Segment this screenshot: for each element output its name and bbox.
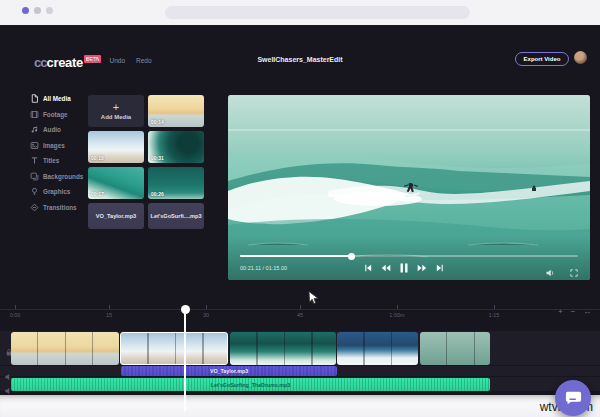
ruler-label: 0:00 [3, 312, 27, 318]
ruler-tick [109, 305, 110, 309]
plus-icon: + [113, 103, 119, 112]
sidebar-item-images[interactable]: Images [30, 140, 86, 152]
image-icon [30, 141, 39, 150]
timeline-audio-vo-taylor[interactable]: VO_Taylor.mp3 [121, 366, 337, 376]
layers-icon [30, 172, 39, 181]
window-maximize-icon[interactable] [46, 7, 53, 14]
playhead-handle[interactable] [181, 305, 190, 314]
ruler-label: 15 [97, 312, 121, 318]
timeline-ruler[interactable] [0, 309, 600, 310]
text-icon [30, 156, 39, 165]
zoom-in-icon[interactable]: + [558, 308, 563, 316]
timeline-clip-deep-blue-wave[interactable] [337, 332, 418, 365]
pause-button[interactable] [400, 263, 408, 273]
project-title[interactable]: SwellChasers_MasterEdit [200, 56, 400, 63]
fast-forward-button[interactable] [417, 264, 427, 272]
sidebar-item-audio[interactable]: Audio [30, 124, 86, 136]
ruler-tick [300, 305, 301, 309]
timeline-clip-wave-barrel[interactable] [230, 332, 336, 365]
duration-badge: 00:18 [91, 155, 104, 161]
address-bar[interactable] [165, 6, 470, 19]
timeline-clip-beach-sunset[interactable] [11, 332, 119, 365]
add-media-button[interactable]: + Add Media [88, 95, 144, 127]
timeline-audio-lets-go-surfing[interactable]: Let'sGoSurfing_TheDrums.mp3 [11, 378, 490, 391]
film-icon [30, 110, 39, 119]
timeline-zoom-controls: + − ↔ [558, 308, 591, 316]
skip-forward-button[interactable] [436, 264, 444, 272]
media-sidebar: All Media Footage Audio Images Titles Ba… [30, 93, 86, 213]
fullscreen-icon[interactable] [570, 263, 578, 280]
rewind-button[interactable] [381, 264, 391, 272]
logo-mark: cc [34, 55, 46, 70]
ruler-tick [397, 305, 398, 309]
duration-badge: 00:17 [91, 191, 104, 197]
media-thumb-surfer-beach[interactable]: 00:18 [88, 131, 144, 163]
media-audio-lets-go-surfing[interactable]: Let'sGoSurfi....mp3 [148, 203, 204, 229]
video-preview[interactable]: 00:21.11 / 01:15.00 [228, 95, 590, 280]
screenshot-stage: cc create BETA File Undo Redo SwellChase… [0, 0, 600, 417]
user-avatar[interactable] [574, 51, 587, 64]
ruler-tick [494, 305, 495, 309]
menu-undo[interactable]: Undo [109, 57, 125, 64]
menu-redo[interactable]: Redo [136, 57, 152, 64]
media-thumb-beach-sunset[interactable]: 00:14 [148, 95, 204, 127]
file-icon [30, 94, 39, 103]
seek-handle[interactable] [348, 253, 355, 260]
sidebar-item-titles[interactable]: Titles [30, 155, 86, 167]
player-right-controls [546, 263, 578, 280]
playhead-line [184, 309, 186, 411]
timeline-clip-surfer-beach-selected[interactable] [120, 332, 228, 365]
transport-controls [364, 263, 444, 273]
sidebar-item-graphics[interactable]: Graphics [30, 186, 86, 198]
duration-badge: 00:14 [151, 119, 164, 125]
export-video-button[interactable]: Export Video [515, 52, 569, 66]
skip-back-button[interactable] [364, 264, 372, 272]
mouse-cursor-icon [308, 291, 319, 309]
ruler-label: 45 [288, 312, 312, 318]
transition-diamond-icon [30, 203, 39, 212]
bulb-icon [30, 187, 39, 196]
sidebar-item-all-media[interactable]: All Media [30, 93, 86, 105]
logo-wordmark: create [46, 55, 83, 70]
window-minimize-icon[interactable] [34, 7, 41, 14]
chat-bubble-icon [565, 390, 582, 406]
ruler-tick [15, 305, 16, 309]
zoom-out-icon[interactable]: − [571, 308, 576, 316]
sidebar-item-backgrounds[interactable]: Backgrounds [30, 171, 86, 183]
volume-icon[interactable] [546, 263, 555, 280]
bottom-strip: wtvid.com [0, 395, 600, 417]
music-note-icon [30, 125, 39, 134]
ruler-label: 1:00m [385, 312, 409, 318]
media-thumb-deep-teal-wave[interactable]: 00:26 [148, 167, 204, 199]
duration-badge: 00:26 [151, 191, 164, 197]
duration-badge: 00:31 [151, 155, 164, 161]
ruler-label: 30 [194, 312, 218, 318]
media-library-grid: + Add Media 00:14 00:18 00:31 00:17 00:2… [88, 95, 204, 229]
player-controls-shade [228, 236, 590, 280]
media-thumb-wave-barrel[interactable]: 00:31 [148, 131, 204, 163]
sidebar-item-transitions[interactable]: Transitions [30, 202, 86, 214]
sidebar-item-footage[interactable]: Footage [30, 109, 86, 121]
menu-file[interactable]: File [88, 57, 98, 64]
seek-bar-fill [240, 255, 352, 257]
menu-bar: File Undo Redo [88, 57, 152, 64]
media-audio-vo-taylor[interactable]: VO_Taylor.mp3 [88, 203, 144, 229]
browser-chrome [0, 0, 600, 25]
zoom-fit-icon[interactable]: ↔ [583, 308, 591, 316]
window-close-icon[interactable] [22, 7, 29, 14]
chat-fab-button[interactable] [555, 380, 591, 416]
media-thumb-turquoise-wave[interactable]: 00:17 [88, 167, 144, 199]
ruler-label: 1:15 [482, 312, 506, 318]
seek-bar[interactable] [240, 255, 578, 257]
timeline-clip-teal-ocean[interactable] [420, 332, 490, 365]
ruler-tick [206, 305, 207, 309]
app-window: cc create BETA File Undo Redo SwellChase… [0, 25, 600, 395]
time-display: 00:21.11 / 01:15.00 [240, 265, 287, 271]
